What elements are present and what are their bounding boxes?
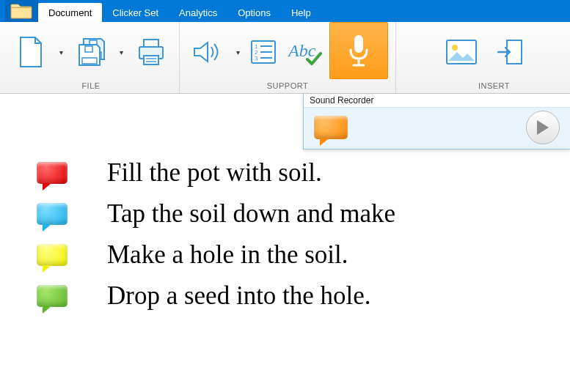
svg-rect-17 (354, 35, 363, 53)
ribbon-group-label: FILE (81, 79, 100, 92)
ribbon-group-file: ▾ ▾ (0, 22, 180, 93)
svg-rect-5 (144, 40, 158, 47)
svg-text:3: 3 (255, 55, 258, 62)
tab-label: Options (238, 7, 271, 18)
insert-arrow-button[interactable] (494, 29, 526, 75)
ribbon-group-support: ▾ 1 2 3 Abc (180, 22, 396, 93)
play-button[interactable] (526, 111, 560, 144)
speech-bubble-blue[interactable] (37, 203, 67, 225)
sound-recorder-panel: Sound Recorder (303, 94, 570, 149)
speech-bubble-red[interactable] (37, 162, 67, 184)
svg-rect-3 (85, 46, 92, 52)
save-button[interactable] (70, 29, 112, 75)
sentence-text: Make a hole in the soil. (107, 240, 348, 270)
speaker-dropdown[interactable]: ▾ (233, 29, 243, 75)
new-file-button[interactable] (10, 29, 51, 75)
sound-recorder-title: Sound Recorder (304, 94, 570, 108)
tab-label: Help (291, 7, 311, 18)
svg-text:Abc: Abc (287, 41, 316, 60)
ribbon-group-insert: INSERT (396, 22, 570, 93)
sentence-text: Tap the soil down and make (107, 199, 395, 229)
svg-point-21 (452, 45, 458, 51)
ribbon: ▾ ▾ (0, 22, 570, 94)
tab-label: Document (48, 7, 92, 18)
microphone-button[interactable] (329, 22, 388, 79)
sentence-text: Fill the pot with soil. (107, 158, 322, 188)
folder-icon[interactable] (4, 0, 38, 22)
speaker-button[interactable] (187, 29, 228, 75)
print-button[interactable] (131, 29, 172, 75)
titlebar: Document Clicker Set Analytics Options H… (0, 0, 570, 22)
tab-clicker-set[interactable]: Clicker Set (102, 3, 169, 22)
record-bubble-icon[interactable] (314, 116, 348, 139)
insert-image-button[interactable] (441, 29, 482, 75)
ribbon-group-label: SUPPORT (267, 79, 308, 92)
svg-rect-6 (144, 56, 158, 64)
tab-document[interactable]: Document (38, 3, 102, 22)
new-file-dropdown[interactable]: ▾ (56, 29, 66, 75)
list-item: Drop a seed into the hole. (37, 281, 570, 311)
speech-bubble-green[interactable] (37, 285, 67, 307)
spellcheck-button[interactable]: Abc (284, 29, 325, 75)
tab-options[interactable]: Options (227, 3, 281, 22)
list-item: Make a hole in the soil. (37, 240, 570, 270)
outline-button[interactable]: 1 2 3 (247, 29, 279, 75)
speech-bubble-yellow[interactable] (37, 244, 67, 266)
ribbon-group-label: INSERT (478, 79, 510, 92)
sentence-text: Drop a seed into the hole. (107, 281, 371, 311)
tab-label: Analytics (179, 7, 217, 18)
svg-rect-2 (82, 58, 97, 64)
save-dropdown[interactable]: ▾ (116, 29, 126, 75)
tab-help[interactable]: Help (281, 3, 321, 22)
list-item: Fill the pot with soil. (37, 158, 570, 188)
tab-label: Clicker Set (112, 7, 158, 18)
list-item: Tap the soil down and make (37, 199, 570, 229)
tab-analytics[interactable]: Analytics (169, 3, 227, 22)
